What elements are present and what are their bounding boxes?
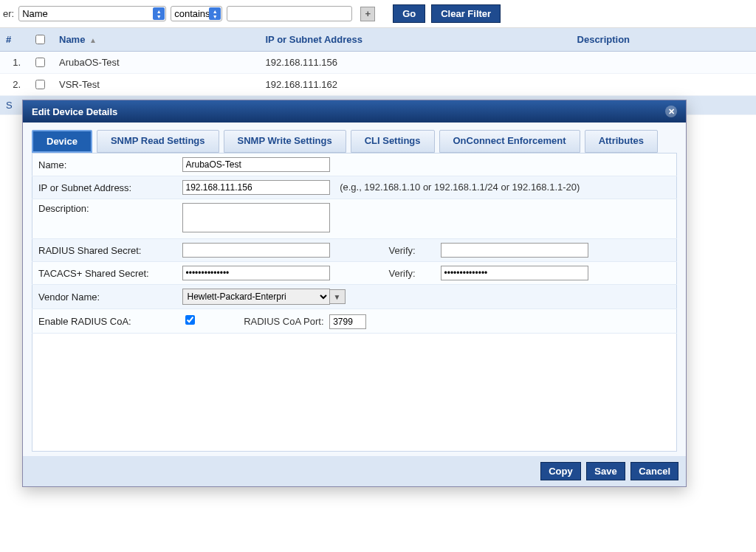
close-button[interactable]: ✕ <box>665 106 677 115</box>
close-icon: ✕ <box>668 107 675 116</box>
row-number: 2. <box>0 74 27 96</box>
filter-bar: er: Name ▲▼ contains ▲▼ + Go Clear Filte… <box>0 0 756 28</box>
table-row[interactable]: 2. VSR-Test 192.168.111.162 <box>0 74 756 96</box>
clear-filter-button[interactable]: Clear Filter <box>431 4 501 23</box>
row-checkbox[interactable] <box>35 58 45 67</box>
row-name: ArubaOS-Test <box>53 52 259 74</box>
col-header-ip[interactable]: IP or Subnet Address <box>259 28 571 52</box>
row-desc <box>571 74 756 96</box>
modal-title-text: Edit Device Details <box>32 106 117 116</box>
col-header-name[interactable]: Name ▲ <box>53 28 259 52</box>
col-header-checkbox <box>27 28 53 52</box>
row-ip: 192.168.111.156 <box>259 52 571 74</box>
row-desc <box>571 52 756 74</box>
plus-icon: + <box>365 8 371 19</box>
filter-field-select[interactable]: Name <box>18 6 166 21</box>
go-button[interactable]: Go <box>393 4 425 23</box>
sort-asc-icon: ▲ <box>89 36 97 44</box>
filter-operator-select[interactable]: contains <box>171 6 222 21</box>
filter-value-input[interactable] <box>227 6 352 21</box>
col-header-desc[interactable]: Description <box>571 28 756 52</box>
edit-device-modal: Edit Device Details ✕ Device SNMP Read S… <box>22 100 687 115</box>
filter-label: er: <box>3 8 14 19</box>
add-filter-button[interactable]: + <box>360 7 375 21</box>
select-all-checkbox[interactable] <box>35 35 45 44</box>
row-checkbox[interactable] <box>35 80 45 89</box>
col-header-num[interactable]: # <box>0 28 27 52</box>
row-name: VSR-Test <box>53 74 259 96</box>
row-number: 1. <box>0 52 27 74</box>
row-ip: 192.168.111.162 <box>259 74 571 96</box>
table-row[interactable]: 1. ArubaOS-Test 192.168.111.156 <box>0 52 756 74</box>
modal-titlebar: Edit Device Details ✕ <box>23 100 686 115</box>
col-header-name-text: Name <box>59 34 85 45</box>
